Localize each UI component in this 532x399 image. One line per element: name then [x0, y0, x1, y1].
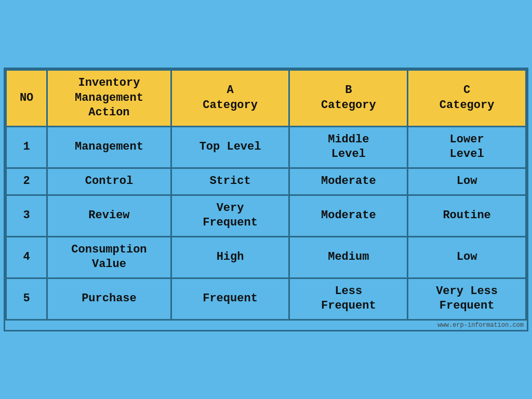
cell-a: VeryFrequent [171, 195, 289, 236]
cell-c: LowerLevel [408, 126, 526, 168]
cell-no: 3 [6, 195, 47, 236]
cell-action: Management [47, 126, 171, 168]
table-row: 5PurchaseFrequentLessFrequentVery LessFr… [6, 278, 526, 320]
header-action: InventoryManagementAction [47, 70, 171, 126]
cell-a: High [171, 236, 289, 278]
cell-c: Low [408, 168, 526, 195]
cell-b: Moderate [289, 168, 408, 195]
header-b-category: BCategory [289, 70, 408, 126]
table-row: 2ControlStrictModerateLow [6, 168, 526, 195]
cell-c: Very LessFrequent [408, 278, 526, 320]
cell-action: ConsumptionValue [47, 236, 171, 278]
cell-b: Moderate [289, 195, 408, 236]
cell-b: LessFrequent [289, 278, 408, 320]
header-c-category: CCategory [408, 70, 526, 126]
cell-a: Strict [171, 168, 289, 195]
table-row: 4ConsumptionValueHighMediumLow [6, 236, 526, 278]
cell-b: MiddleLevel [289, 126, 408, 168]
header-a-category: ACategory [171, 70, 289, 126]
table-row: 3ReviewVeryFrequentModerateRoutine [6, 195, 526, 236]
header-no: NO [6, 70, 47, 126]
cell-c: Routine [408, 195, 526, 236]
table-wrapper: NO InventoryManagementAction ACategory B… [4, 68, 528, 331]
cell-no: 2 [6, 168, 47, 195]
cell-action: Purchase [47, 278, 171, 320]
cell-c: Low [408, 236, 526, 278]
table-row: 1ManagementTop LevelMiddleLevelLowerLeve… [6, 126, 526, 168]
inventory-table: NO InventoryManagementAction ACategory B… [5, 69, 527, 321]
cell-b: Medium [289, 236, 408, 278]
cell-no: 5 [6, 278, 47, 320]
cell-no: 1 [6, 126, 47, 168]
cell-a: Top Level [171, 126, 289, 168]
cell-a: Frequent [171, 278, 289, 320]
cell-action: Control [47, 168, 171, 195]
cell-action: Review [47, 195, 171, 236]
header-row: NO InventoryManagementAction ACategory B… [6, 70, 526, 126]
cell-no: 4 [6, 236, 47, 278]
watermark: www.erp-information.com [5, 321, 527, 330]
